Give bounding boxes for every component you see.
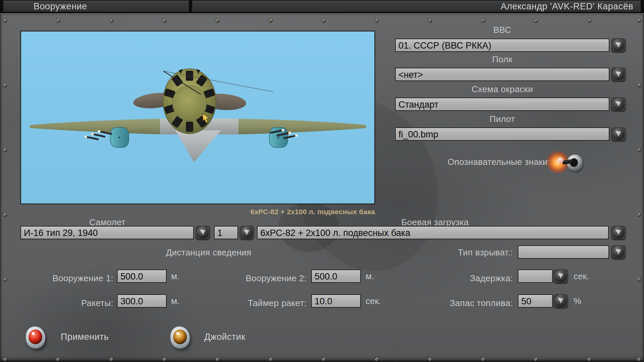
rocket-timer-input[interactable]: 10.0: [311, 294, 361, 308]
rivet-icon: [637, 18, 641, 22]
rivet-icon: [375, 18, 379, 22]
fuse-type-dropdown-button[interactable]: [611, 245, 626, 259]
weapon1-label: Вооружение 1:: [52, 272, 113, 285]
rivet-icon: [3, 357, 7, 361]
rivet-icon: [637, 357, 641, 361]
vvs-label: ВВС: [395, 25, 609, 35]
delay-dropdown-button[interactable]: [553, 269, 568, 284]
fuel-dropdown-button[interactable]: [553, 294, 568, 308]
rivet-icon: [534, 18, 538, 22]
rivet-icon: [56, 18, 60, 22]
rivet-icon: [637, 213, 641, 217]
rockets-label: Ракеты:: [81, 296, 113, 310]
regiment-select[interactable]: <нет>: [395, 68, 609, 81]
rockets-unit: м.: [171, 294, 179, 308]
rocket-timer-label: Таймер ракет:: [248, 296, 307, 310]
joystick-button-label[interactable]: Джойстик: [204, 332, 245, 342]
rocket-timer-unit: сек.: [366, 294, 381, 308]
tank-detail: [278, 137, 279, 138]
page-title: Вооружение: [34, 1, 87, 12]
markings-label: Опознавательные знаки:: [447, 157, 550, 167]
joystick-button[interactable]: [170, 326, 190, 349]
weapon2-label: Вооружение 2:: [246, 272, 307, 285]
aircraft-count-select[interactable]: 1: [214, 226, 238, 239]
delay-input[interactable]: [518, 269, 553, 283]
apply-button-label[interactable]: Применить: [61, 332, 109, 342]
pilot-dropdown-button[interactable]: [611, 127, 626, 141]
vvs-select[interactable]: 01. СССР (ВВС РККА): [395, 39, 609, 52]
aircraft-dropdown-button[interactable]: [196, 225, 210, 240]
rivet-icon: [162, 18, 166, 22]
fuel-input[interactable]: 50: [518, 294, 553, 308]
paint-scheme-label: Схема окраски: [395, 84, 609, 95]
rivet-icon: [375, 357, 379, 361]
rivet-icon: [162, 357, 166, 361]
dropdown-arrow-icon: [555, 295, 567, 307]
rivet-icon: [322, 18, 326, 22]
fuse-type-select[interactable]: [518, 245, 609, 259]
player-name-section: Александр 'AVK-RED' Карасёв: [192, 1, 641, 12]
rivet-icon: [587, 18, 591, 22]
rivet-icon: [322, 357, 326, 361]
rockets-input[interactable]: 300.0: [117, 294, 167, 308]
joystick-button-icon: [173, 329, 187, 344]
weapon1-unit: м.: [171, 269, 179, 283]
dropdown-arrow-icon: [612, 128, 625, 140]
screen-title-section: Вооружение: [3, 1, 189, 12]
armament-screen: Вооружение Александр 'AVK-RED' Карасёв: [0, 0, 644, 362]
aircraft-select[interactable]: И-16 тип 29, 1940: [20, 226, 194, 239]
paint-scheme-select[interactable]: Стандарт: [395, 98, 609, 111]
dropdown-arrow-icon: [612, 68, 625, 80]
rivet-icon: [109, 357, 113, 361]
apply-button-icon: [29, 329, 42, 344]
dropdown-arrow-icon: [241, 227, 253, 239]
rivet-icon: [428, 18, 432, 22]
loadout-select[interactable]: 6xРС-82 + 2x100 л. подвесных бака: [257, 226, 609, 239]
regiment-dropdown-button[interactable]: [611, 67, 626, 82]
rivet-icon: [637, 83, 641, 87]
top-bar: Вооружение Александр 'AVK-RED' Карасёв: [0, 0, 644, 13]
toggle-lever-tip[interactable]: [557, 157, 564, 163]
aircraft-fuselage: [175, 130, 221, 162]
aircraft-count-dropdown-button[interactable]: [239, 225, 254, 240]
dropdown-arrow-icon: [612, 227, 625, 239]
delay-unit: сек.: [574, 269, 589, 283]
paint-scheme-dropdown-button[interactable]: [611, 97, 626, 112]
dropdown-arrow-icon: [612, 39, 625, 51]
apply-button[interactable]: [26, 326, 45, 349]
rivet-icon: [215, 357, 219, 361]
tank-detail: [119, 137, 120, 138]
rivet-icon: [269, 357, 273, 361]
rivet-icon: [587, 357, 591, 361]
aircraft-preview-image: [21, 32, 374, 203]
rivet-icon: [109, 18, 113, 22]
weapon1-input[interactable]: 500.0: [117, 269, 167, 283]
rivet-icon: [637, 277, 641, 281]
pilot-select[interactable]: fi_00.bmp: [395, 127, 609, 141]
rivet-icon: [637, 148, 641, 152]
rivet-icon: [3, 277, 7, 281]
dropdown-arrow-icon: [197, 227, 209, 239]
vvs-dropdown-button[interactable]: [611, 38, 626, 53]
dropdown-arrow-icon: [555, 270, 567, 282]
fuel-label: Запас топлива:: [450, 296, 513, 310]
convergence-section-label: Дистанция сведения: [158, 247, 259, 258]
button-glint: [32, 332, 35, 335]
main-panel: 6xРС-82 + 2x100 л. подвесных бака ВВС 01…: [0, 13, 644, 362]
rivet-icon: [481, 357, 485, 361]
rivet-icon: [3, 148, 7, 152]
cowling-dome: [172, 85, 207, 121]
weapon2-input[interactable]: 500.0: [311, 269, 361, 283]
fuse-type-label: Тип взрыват.:: [458, 247, 513, 258]
rivet-icon: [3, 83, 7, 87]
aircraft-preview: [20, 31, 375, 204]
pilot-label: Пилот: [395, 114, 609, 124]
loadout-caption: 6xРС-82 + 2x100 л. подвесных бака: [174, 208, 375, 216]
rivet-icon: [481, 18, 485, 22]
dropdown-arrow-icon: [612, 98, 625, 110]
rivet-icon: [3, 213, 7, 217]
loadout-dropdown-button[interactable]: [611, 225, 626, 240]
button-glint: [176, 332, 179, 335]
rivet-icon: [3, 18, 7, 22]
panel-seam: [395, 229, 396, 362]
